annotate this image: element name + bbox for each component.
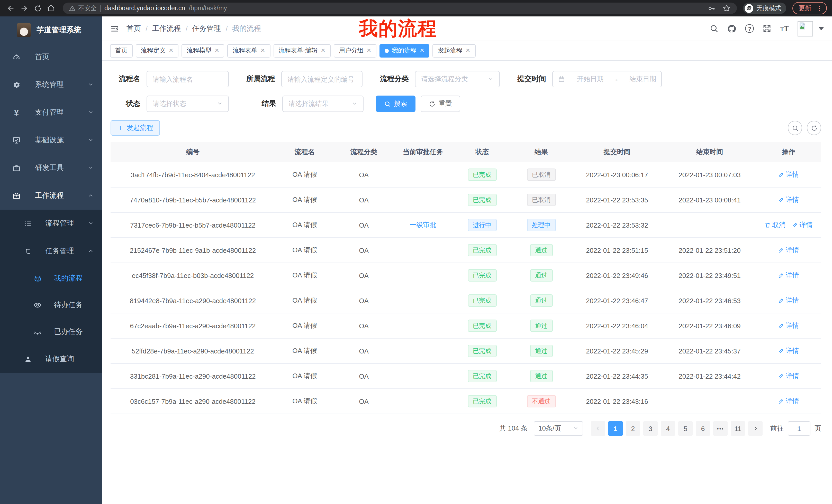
- close-icon[interactable]: ✕: [367, 47, 371, 54]
- next-page-button[interactable]: [748, 421, 762, 436]
- security-label[interactable]: 不安全: [78, 4, 97, 12]
- sidebar-item-leave-query[interactable]: 请假查询: [0, 345, 102, 373]
- submit-time-range-picker[interactable]: 开始日期 - 结束日期: [552, 71, 662, 87]
- detail-link[interactable]: 详情: [778, 321, 799, 330]
- page-button-4[interactable]: 4: [661, 421, 675, 436]
- search-icon[interactable]: [710, 24, 719, 33]
- page-button-5[interactable]: 5: [678, 421, 693, 436]
- process-definition-input[interactable]: [281, 71, 363, 87]
- close-icon[interactable]: ✕: [321, 47, 325, 54]
- sidebar-item-payment[interactable]: ¥ 支付管理: [0, 99, 102, 127]
- help-icon[interactable]: ?: [745, 24, 754, 33]
- reset-button[interactable]: 重置: [421, 95, 460, 112]
- sidebar-item-workflow[interactable]: 工作流程: [0, 182, 102, 209]
- close-icon[interactable]: ✕: [169, 47, 173, 54]
- key-icon[interactable]: [707, 4, 715, 12]
- page-button-3[interactable]: 3: [643, 421, 658, 436]
- sidebar-item-todo-tasks[interactable]: 待办任务: [0, 292, 102, 318]
- tab-process-model[interactable]: 流程模型✕: [182, 44, 224, 57]
- tab-process-form[interactable]: 流程表单✕: [228, 44, 270, 57]
- status-badge: 进行中: [468, 219, 496, 231]
- sidebar-item-my-process[interactable]: 我的流程: [0, 265, 102, 292]
- app-logo[interactable]: 芋道管理系统: [0, 17, 102, 43]
- result-badge: 通过: [530, 345, 552, 357]
- refresh-table-button[interactable]: [807, 121, 821, 135]
- bookmark-star-icon[interactable]: [723, 4, 731, 12]
- forward-icon[interactable]: [19, 3, 30, 14]
- sidebar-item-devtools[interactable]: 研发工具: [0, 154, 102, 182]
- process-name-input[interactable]: [147, 71, 229, 87]
- more-pages-icon[interactable]: •••: [713, 421, 728, 436]
- close-icon[interactable]: ✕: [466, 47, 470, 54]
- plus-icon: [117, 125, 123, 131]
- fullscreen-icon[interactable]: [763, 24, 772, 33]
- browser-menu-icon[interactable]: [816, 5, 823, 11]
- breadcrumb-workflow[interactable]: 工作流程: [152, 24, 181, 33]
- tab-process-form-edit[interactable]: 流程表单-编辑✕: [273, 44, 330, 57]
- detail-link[interactable]: 详情: [778, 195, 799, 204]
- close-icon[interactable]: ✕: [260, 47, 265, 54]
- update-label[interactable]: 更新: [799, 4, 811, 12]
- create-process-button[interactable]: 发起流程: [110, 120, 160, 136]
- update-button[interactable]: 更新: [792, 2, 827, 15]
- prev-page-button[interactable]: [591, 421, 605, 436]
- sidebar-item-done-tasks[interactable]: 已办任务: [0, 318, 102, 345]
- detail-link[interactable]: 详情: [778, 271, 799, 280]
- status-select[interactable]: 请选择状态: [147, 95, 229, 112]
- sidebar-item-process-mgmt[interactable]: 流程管理: [0, 209, 102, 237]
- tab-process-definition[interactable]: 流程定义✕: [136, 44, 178, 57]
- toolbox-icon: [10, 164, 23, 172]
- home-icon[interactable]: [45, 3, 57, 14]
- goto-label: 前往: [770, 424, 784, 433]
- detail-link[interactable]: 详情: [791, 220, 813, 230]
- detail-link[interactable]: 详情: [778, 346, 799, 356]
- result-select[interactable]: 请选择流结果: [282, 95, 364, 112]
- sidebar-item-label: 工作流程: [35, 191, 64, 200]
- process-category-select[interactable]: 请选择流程分类: [415, 71, 500, 87]
- cancel-link[interactable]: 取消: [764, 220, 785, 230]
- detail-link[interactable]: 详情: [778, 371, 799, 381]
- page-button-2[interactable]: 2: [626, 421, 640, 436]
- tab-start-process[interactable]: 发起流程✕: [433, 44, 475, 57]
- sidebar-item-system[interactable]: 系统管理: [0, 71, 102, 99]
- back-icon[interactable]: [5, 3, 17, 14]
- github-icon[interactable]: [727, 24, 737, 33]
- detail-link[interactable]: 详情: [778, 170, 799, 179]
- cell-process-name: OA 请假: [275, 371, 334, 381]
- current-task-link[interactable]: 一级审批: [410, 220, 436, 230]
- avatar-dropdown-icon[interactable]: [818, 27, 824, 30]
- close-icon[interactable]: ✕: [420, 47, 424, 54]
- detail-link[interactable]: 详情: [778, 246, 799, 255]
- detail-link[interactable]: 详情: [778, 296, 799, 305]
- tab-home[interactable]: 首页: [110, 44, 133, 57]
- close-icon[interactable]: ✕: [214, 47, 219, 54]
- breadcrumb-task-mgmt[interactable]: 任务管理: [192, 24, 221, 33]
- toggle-search-button[interactable]: [788, 121, 802, 135]
- detail-link[interactable]: 详情: [778, 397, 799, 406]
- url-bar[interactable]: 不安全 dashboard.yudao.iocoder.cn/bpm/task/…: [63, 3, 737, 14]
- avatar[interactable]: [798, 21, 813, 36]
- font-size-icon[interactable]: TT: [780, 24, 789, 33]
- sidebar-item-task-mgmt[interactable]: 任务管理: [0, 237, 102, 265]
- sidebar-item-home[interactable]: 首页: [0, 43, 102, 71]
- tab-my-process[interactable]: 我的流程✕: [380, 44, 430, 57]
- page-button-1[interactable]: 1: [608, 421, 623, 436]
- breadcrumb-home[interactable]: 首页: [127, 24, 141, 33]
- chevron-down-icon: [352, 100, 357, 108]
- reload-icon[interactable]: [32, 3, 43, 14]
- result-badge: 已取消: [527, 194, 555, 206]
- sidebar-item-label: 基础设施: [35, 136, 64, 145]
- search-button[interactable]: 搜索: [376, 95, 415, 112]
- tab-user-group[interactable]: 用户分组✕: [334, 44, 376, 57]
- chevron-down-icon: [217, 100, 223, 108]
- chevron-down-icon: [88, 164, 94, 172]
- cell-process-name: OA 请假: [275, 296, 334, 305]
- page-button-11[interactable]: 11: [731, 421, 745, 436]
- page-button-6[interactable]: 6: [696, 421, 710, 436]
- collapse-sidebar-icon[interactable]: [110, 24, 119, 33]
- sidebar-item-infrastructure[interactable]: 基础设施: [0, 127, 102, 154]
- goto-page-input[interactable]: [788, 421, 810, 436]
- cell-category: OA: [334, 372, 393, 380]
- cell-process-id: 7470a810-7b9b-11ec-b5b7-acde48001122: [110, 196, 275, 204]
- page-size-select[interactable]: 10条/页: [534, 421, 583, 436]
